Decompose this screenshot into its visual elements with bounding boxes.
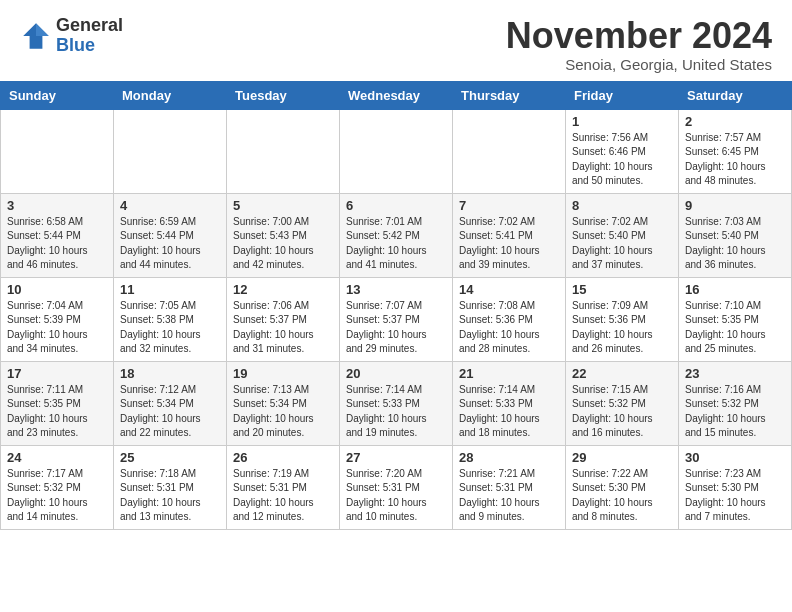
calendar-day-cell: 7Sunrise: 7:02 AM Sunset: 5:41 PM Daylig… xyxy=(453,193,566,277)
calendar-day-cell: 6Sunrise: 7:01 AM Sunset: 5:42 PM Daylig… xyxy=(340,193,453,277)
day-info: Sunrise: 7:07 AM Sunset: 5:37 PM Dayligh… xyxy=(346,299,446,357)
calendar-day-cell: 2Sunrise: 7:57 AM Sunset: 6:45 PM Daylig… xyxy=(679,109,792,193)
day-info: Sunrise: 7:02 AM Sunset: 5:41 PM Dayligh… xyxy=(459,215,559,273)
day-info: Sunrise: 7:05 AM Sunset: 5:38 PM Dayligh… xyxy=(120,299,220,357)
day-number: 20 xyxy=(346,366,446,381)
calendar-day-cell: 18Sunrise: 7:12 AM Sunset: 5:34 PM Dayli… xyxy=(114,361,227,445)
day-info: Sunrise: 7:19 AM Sunset: 5:31 PM Dayligh… xyxy=(233,467,333,525)
svg-marker-1 xyxy=(36,23,49,36)
calendar-week-row: 17Sunrise: 7:11 AM Sunset: 5:35 PM Dayli… xyxy=(1,361,792,445)
calendar-day-cell: 21Sunrise: 7:14 AM Sunset: 5:33 PM Dayli… xyxy=(453,361,566,445)
calendar-day-cell: 26Sunrise: 7:19 AM Sunset: 5:31 PM Dayli… xyxy=(227,445,340,529)
day-number: 14 xyxy=(459,282,559,297)
calendar-day-cell: 24Sunrise: 7:17 AM Sunset: 5:32 PM Dayli… xyxy=(1,445,114,529)
day-info: Sunrise: 7:18 AM Sunset: 5:31 PM Dayligh… xyxy=(120,467,220,525)
day-number: 16 xyxy=(685,282,785,297)
day-info: Sunrise: 7:09 AM Sunset: 5:36 PM Dayligh… xyxy=(572,299,672,357)
day-number: 13 xyxy=(346,282,446,297)
day-info: Sunrise: 7:14 AM Sunset: 5:33 PM Dayligh… xyxy=(459,383,559,441)
calendar-day-cell: 27Sunrise: 7:20 AM Sunset: 5:31 PM Dayli… xyxy=(340,445,453,529)
day-info: Sunrise: 7:12 AM Sunset: 5:34 PM Dayligh… xyxy=(120,383,220,441)
calendar-day-cell xyxy=(114,109,227,193)
logo-text: General Blue xyxy=(56,16,123,56)
calendar-day-cell: 14Sunrise: 7:08 AM Sunset: 5:36 PM Dayli… xyxy=(453,277,566,361)
day-info: Sunrise: 7:15 AM Sunset: 5:32 PM Dayligh… xyxy=(572,383,672,441)
day-number: 21 xyxy=(459,366,559,381)
day-info: Sunrise: 7:23 AM Sunset: 5:30 PM Dayligh… xyxy=(685,467,785,525)
day-info: Sunrise: 7:21 AM Sunset: 5:31 PM Dayligh… xyxy=(459,467,559,525)
calendar-header-friday: Friday xyxy=(566,81,679,109)
day-info: Sunrise: 7:56 AM Sunset: 6:46 PM Dayligh… xyxy=(572,131,672,189)
calendar-day-cell: 19Sunrise: 7:13 AM Sunset: 5:34 PM Dayli… xyxy=(227,361,340,445)
calendar-day-cell: 12Sunrise: 7:06 AM Sunset: 5:37 PM Dayli… xyxy=(227,277,340,361)
header: General Blue November 2024 Senoia, Georg… xyxy=(0,0,792,81)
calendar-header-sunday: Sunday xyxy=(1,81,114,109)
day-number: 22 xyxy=(572,366,672,381)
calendar-day-cell: 11Sunrise: 7:05 AM Sunset: 5:38 PM Dayli… xyxy=(114,277,227,361)
day-number: 3 xyxy=(7,198,107,213)
day-number: 27 xyxy=(346,450,446,465)
day-number: 29 xyxy=(572,450,672,465)
day-info: Sunrise: 7:10 AM Sunset: 5:35 PM Dayligh… xyxy=(685,299,785,357)
calendar-day-cell: 5Sunrise: 7:00 AM Sunset: 5:43 PM Daylig… xyxy=(227,193,340,277)
day-number: 30 xyxy=(685,450,785,465)
day-number: 28 xyxy=(459,450,559,465)
calendar-day-cell: 17Sunrise: 7:11 AM Sunset: 5:35 PM Dayli… xyxy=(1,361,114,445)
day-info: Sunrise: 7:03 AM Sunset: 5:40 PM Dayligh… xyxy=(685,215,785,273)
calendar-day-cell: 8Sunrise: 7:02 AM Sunset: 5:40 PM Daylig… xyxy=(566,193,679,277)
calendar-header-monday: Monday xyxy=(114,81,227,109)
calendar-day-cell: 22Sunrise: 7:15 AM Sunset: 5:32 PM Dayli… xyxy=(566,361,679,445)
calendar-day-cell: 25Sunrise: 7:18 AM Sunset: 5:31 PM Dayli… xyxy=(114,445,227,529)
logo-blue-text: Blue xyxy=(56,36,123,56)
day-number: 11 xyxy=(120,282,220,297)
location: Senoia, Georgia, United States xyxy=(506,56,772,73)
calendar-day-cell: 23Sunrise: 7:16 AM Sunset: 5:32 PM Dayli… xyxy=(679,361,792,445)
day-number: 8 xyxy=(572,198,672,213)
calendar-day-cell xyxy=(1,109,114,193)
calendar-day-cell: 10Sunrise: 7:04 AM Sunset: 5:39 PM Dayli… xyxy=(1,277,114,361)
day-number: 1 xyxy=(572,114,672,129)
day-number: 18 xyxy=(120,366,220,381)
day-number: 15 xyxy=(572,282,672,297)
day-number: 4 xyxy=(120,198,220,213)
calendar-week-row: 24Sunrise: 7:17 AM Sunset: 5:32 PM Dayli… xyxy=(1,445,792,529)
calendar-day-cell: 9Sunrise: 7:03 AM Sunset: 5:40 PM Daylig… xyxy=(679,193,792,277)
calendar-day-cell xyxy=(340,109,453,193)
day-info: Sunrise: 7:14 AM Sunset: 5:33 PM Dayligh… xyxy=(346,383,446,441)
day-number: 23 xyxy=(685,366,785,381)
day-number: 25 xyxy=(120,450,220,465)
day-info: Sunrise: 7:17 AM Sunset: 5:32 PM Dayligh… xyxy=(7,467,107,525)
day-info: Sunrise: 7:11 AM Sunset: 5:35 PM Dayligh… xyxy=(7,383,107,441)
page: General Blue November 2024 Senoia, Georg… xyxy=(0,0,792,530)
day-number: 9 xyxy=(685,198,785,213)
calendar-day-cell: 20Sunrise: 7:14 AM Sunset: 5:33 PM Dayli… xyxy=(340,361,453,445)
day-info: Sunrise: 7:02 AM Sunset: 5:40 PM Dayligh… xyxy=(572,215,672,273)
calendar-day-cell: 30Sunrise: 7:23 AM Sunset: 5:30 PM Dayli… xyxy=(679,445,792,529)
calendar-header-thursday: Thursday xyxy=(453,81,566,109)
calendar-day-cell: 28Sunrise: 7:21 AM Sunset: 5:31 PM Dayli… xyxy=(453,445,566,529)
calendar-header-row: SundayMondayTuesdayWednesdayThursdayFrid… xyxy=(1,81,792,109)
calendar-week-row: 1Sunrise: 7:56 AM Sunset: 6:46 PM Daylig… xyxy=(1,109,792,193)
day-number: 17 xyxy=(7,366,107,381)
calendar-day-cell: 13Sunrise: 7:07 AM Sunset: 5:37 PM Dayli… xyxy=(340,277,453,361)
day-info: Sunrise: 7:01 AM Sunset: 5:42 PM Dayligh… xyxy=(346,215,446,273)
calendar-week-row: 10Sunrise: 7:04 AM Sunset: 5:39 PM Dayli… xyxy=(1,277,792,361)
day-number: 10 xyxy=(7,282,107,297)
day-info: Sunrise: 7:04 AM Sunset: 5:39 PM Dayligh… xyxy=(7,299,107,357)
calendar-week-row: 3Sunrise: 6:58 AM Sunset: 5:44 PM Daylig… xyxy=(1,193,792,277)
day-info: Sunrise: 7:13 AM Sunset: 5:34 PM Dayligh… xyxy=(233,383,333,441)
calendar-day-cell xyxy=(227,109,340,193)
calendar-day-cell: 15Sunrise: 7:09 AM Sunset: 5:36 PM Dayli… xyxy=(566,277,679,361)
calendar-day-cell xyxy=(453,109,566,193)
calendar-header-tuesday: Tuesday xyxy=(227,81,340,109)
calendar-day-cell: 4Sunrise: 6:59 AM Sunset: 5:44 PM Daylig… xyxy=(114,193,227,277)
day-number: 24 xyxy=(7,450,107,465)
logo: General Blue xyxy=(20,16,123,56)
title-area: November 2024 Senoia, Georgia, United St… xyxy=(506,16,772,73)
month-title: November 2024 xyxy=(506,16,772,56)
day-info: Sunrise: 7:22 AM Sunset: 5:30 PM Dayligh… xyxy=(572,467,672,525)
day-number: 2 xyxy=(685,114,785,129)
day-number: 19 xyxy=(233,366,333,381)
day-number: 5 xyxy=(233,198,333,213)
day-number: 12 xyxy=(233,282,333,297)
